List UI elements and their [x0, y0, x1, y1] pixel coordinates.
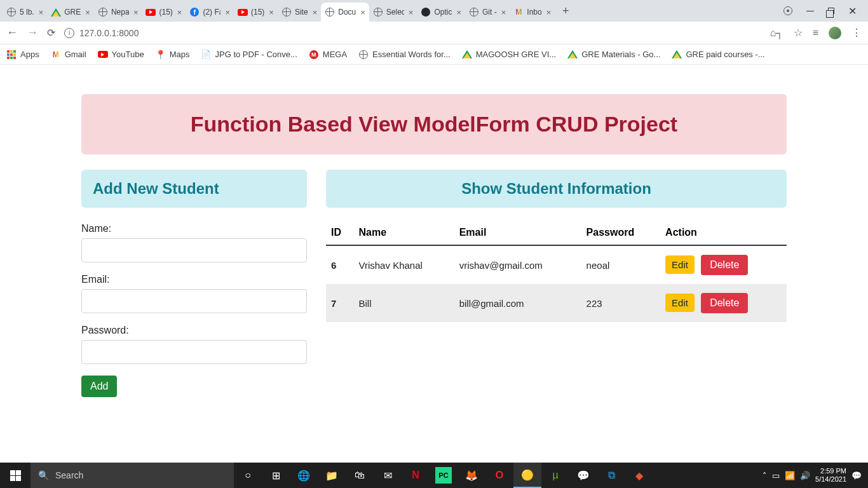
bookmark-magoosh[interactable]: MAGOOSH GRE VI...	[462, 50, 556, 60]
password-key-icon[interactable]: ⌂┐	[770, 27, 783, 39]
tab-title: Inbo	[527, 8, 541, 17]
cortana-icon[interactable]: ○	[234, 463, 262, 488]
tab-11[interactable]: MInbo×	[510, 3, 555, 22]
taskbar-search[interactable]: 🔍 Search	[31, 463, 234, 488]
cell-email: vrishav@gmail.com	[454, 245, 581, 284]
close-icon[interactable]: ×	[269, 8, 274, 17]
add-button[interactable]: Add	[81, 376, 117, 397]
chrome-menu-button[interactable]: ⋮	[851, 27, 862, 39]
close-icon[interactable]: ×	[313, 8, 318, 17]
email-input[interactable]	[81, 289, 307, 313]
netflix-icon[interactable]: N	[402, 463, 430, 488]
close-icon[interactable]: ×	[360, 8, 365, 17]
close-icon[interactable]: ×	[85, 8, 90, 17]
browser-tabstrip: 5 lb.× GRE× Nepa× (15)× f(2) Fa× (15)× S…	[0, 0, 868, 22]
tab-0[interactable]: 5 lb.×	[3, 3, 47, 22]
bookmark-youtube[interactable]: YouTube	[98, 50, 144, 60]
git-icon[interactable]: ◆	[625, 463, 653, 488]
tab-6[interactable]: Site×	[278, 3, 321, 22]
delete-button[interactable]: Delete	[701, 293, 748, 313]
github-icon	[421, 7, 431, 17]
tab-3[interactable]: (15)×	[142, 3, 186, 22]
reload-button[interactable]: ⟳	[47, 27, 55, 39]
tab-2[interactable]: Nepa×	[94, 3, 142, 22]
search-icon: 🔍	[38, 470, 49, 480]
opera-icon[interactable]: O	[485, 463, 513, 488]
name-input[interactable]	[81, 238, 307, 262]
bookmark-label: MEGA	[323, 50, 347, 59]
tray-chevron-icon[interactable]: ˄	[763, 471, 767, 480]
bookmark-mega[interactable]: MMEGA	[309, 50, 347, 60]
bookmark-gre-materials[interactable]: GRE Materials - Go...	[567, 50, 660, 60]
window-restore-button[interactable]	[828, 8, 834, 14]
bookmark-jpg-pdf[interactable]: 📄JPG to PDF - Conve...	[201, 50, 297, 60]
forward-button[interactable]: →	[27, 26, 38, 39]
youtube-icon	[98, 50, 108, 60]
bookmark-maps[interactable]: 📍Maps	[156, 50, 190, 60]
bookmark-star-icon[interactable]: ☆	[794, 27, 803, 39]
volume-icon[interactable]: 🔊	[800, 471, 810, 480]
col-password: Password	[581, 220, 661, 245]
cell-name: Vrishav Khanal	[354, 245, 454, 284]
address-bar[interactable]: i 127.0.0.1:8000	[64, 24, 761, 42]
edit-button[interactable]: Edit	[665, 294, 695, 312]
chrome-icon[interactable]: 🟡	[513, 463, 541, 488]
cell-id: 6	[331, 260, 336, 271]
close-icon[interactable]: ×	[456, 8, 461, 17]
task-view-icon[interactable]: ⊞	[262, 463, 290, 488]
bookmark-gmail[interactable]: MGmail	[51, 50, 86, 60]
tab-4[interactable]: f(2) Fa×	[186, 3, 234, 22]
close-icon[interactable]: ×	[177, 8, 182, 17]
wifi-icon[interactable]: 📶	[785, 471, 795, 480]
tab-9[interactable]: Optic×	[417, 3, 465, 22]
reading-list-icon[interactable]: ≡	[813, 27, 818, 39]
window-minimize-button[interactable]	[806, 11, 814, 11]
close-icon[interactable]: ×	[501, 8, 506, 17]
drive-icon	[51, 7, 61, 17]
col-email: Email	[454, 220, 581, 245]
url-text: 127.0.0.1:8000	[79, 28, 139, 38]
delete-button[interactable]: Delete	[701, 255, 748, 275]
close-icon[interactable]: ×	[546, 8, 552, 17]
drive-icon	[567, 50, 578, 60]
close-icon[interactable]: ×	[409, 8, 414, 17]
edge-icon[interactable]: 🌐	[290, 463, 318, 488]
cell-name: Bill	[354, 284, 454, 322]
utorrent-icon[interactable]: µ	[541, 463, 569, 488]
bookmark-gre-paid[interactable]: GRE paid courses -...	[672, 50, 764, 60]
cell-password: neoal	[581, 245, 661, 284]
battery-icon[interactable]: ▭	[772, 471, 780, 480]
mail-icon[interactable]: ✉	[374, 463, 402, 488]
apps-icon	[6, 50, 17, 60]
tab-title: (15)	[159, 8, 172, 17]
tab-1[interactable]: GRE×	[47, 3, 94, 22]
close-icon[interactable]: ×	[133, 8, 139, 17]
pycharm-icon[interactable]: PC	[435, 467, 452, 484]
tab-8[interactable]: Selec×	[369, 3, 417, 22]
account-icon[interactable]	[783, 6, 792, 15]
explorer-icon[interactable]: 📁	[318, 463, 346, 488]
back-button[interactable]: ←	[6, 26, 18, 39]
close-icon[interactable]: ×	[39, 8, 44, 17]
window-close-button[interactable]: ✕	[848, 5, 857, 17]
new-tab-button[interactable]: +	[557, 4, 574, 18]
bookmark-essential-words[interactable]: Essential Words for...	[358, 50, 451, 60]
tab-5[interactable]: (15)×	[234, 3, 278, 22]
notifications-icon[interactable]: 💬	[851, 471, 862, 480]
site-info-icon[interactable]: i	[64, 28, 74, 38]
edit-button[interactable]: Edit	[665, 255, 695, 274]
profile-avatar[interactable]	[829, 27, 841, 39]
tab-10[interactable]: Git -×	[465, 3, 510, 22]
discord-icon[interactable]: 💬	[569, 463, 597, 488]
password-input[interactable]	[81, 340, 307, 364]
tab-7-active[interactable]: Docu×	[321, 3, 369, 22]
drive-icon	[462, 50, 472, 60]
system-clock[interactable]: 2:59 PM 5/14/2021	[815, 467, 846, 484]
start-button[interactable]	[0, 463, 31, 488]
bookmark-apps[interactable]: Apps	[6, 50, 39, 60]
store-icon[interactable]: 🛍	[346, 463, 374, 488]
globe-icon	[373, 7, 383, 17]
firefox-icon[interactable]: 🦊	[458, 463, 485, 488]
vscode-icon[interactable]: ⧉	[597, 463, 625, 488]
close-icon[interactable]: ×	[225, 8, 230, 17]
